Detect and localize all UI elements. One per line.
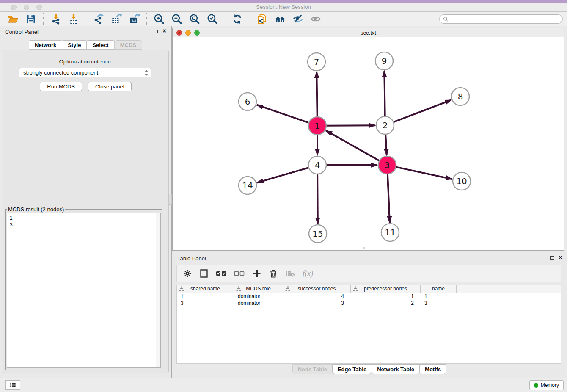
edge-3-10[interactable] [396,167,452,179]
zoom-fit-icon[interactable] [188,13,201,25]
table-cell[interactable]: 4 [283,293,351,300]
memory-button[interactable]: Memory [529,380,564,390]
edge-2-9[interactable] [384,71,385,116]
vertical-splitter-handle[interactable] [168,194,172,205]
node-9[interactable]: 9 [375,52,393,70]
control-panel-tabs: NetworkStyleSelectMCDS [0,40,171,50]
table-cell[interactable]: 3 [177,300,234,306]
column-view-icon[interactable] [199,268,209,279]
table-cell[interactable]: dominator [234,293,283,300]
network-canvas[interactable]: 7968124314101511 [173,37,564,250]
houses-icon[interactable] [274,13,286,25]
import-network-icon[interactable] [50,13,62,25]
table-row[interactable]: 3dominator323 [177,300,561,306]
mcds-result-scrollbar[interactable] [156,213,160,367]
gear-icon[interactable] [183,268,192,279]
edge-3-11[interactable] [388,174,390,223]
network-view-window: × − + scc.txt 7968124314101511 [172,28,564,251]
tab-mcds[interactable]: MCDS [114,40,142,50]
export-image-icon[interactable] [128,13,140,25]
column-header-predecessor-nodes[interactable]: predecessor nodes [351,285,421,293]
column-header-mcds-role[interactable]: MCDS role [234,285,283,293]
tab-network-table[interactable]: Network Table [372,364,420,374]
network-document-icon[interactable] [256,13,269,25]
node-4[interactable]: 4 [308,156,326,174]
float-panel-icon[interactable] [154,30,158,33]
import-table-icon[interactable] [67,13,80,25]
add-row-icon[interactable] [252,268,261,279]
tab-network[interactable]: Network [29,40,62,50]
search-input[interactable] [451,16,559,22]
table-row[interactable]: 1dominator411 [177,293,561,300]
table-cell[interactable]: dominator [234,300,283,306]
network-window-resize-handle[interactable] [363,247,365,249]
node-8[interactable]: 8 [451,88,469,105]
zoom-selected-icon[interactable] [206,13,219,25]
export-network-icon[interactable] [92,13,105,25]
node-15[interactable]: 15 [309,225,327,243]
mcds-result-groupbox: MCDS result (2 nodes) 1 3 [5,209,162,370]
table-cell[interactable]: 1 [421,293,457,300]
mcds-result-area[interactable]: 1 3 [7,213,161,368]
edge-1-6[interactable] [257,105,308,123]
criterion-dropdown-value: strongly connected component [23,69,144,76]
column-header-shared-name[interactable]: shared name [177,285,234,293]
close-panel-icon[interactable]: × [162,27,166,35]
toolbar-separator [43,13,44,25]
column-header-name[interactable]: name [421,285,457,293]
tab-edge-table[interactable]: Edge Table [332,364,372,374]
zoom-out-icon[interactable] [171,13,183,25]
app-titlebar: Session: New Session [0,3,567,12]
edge-1-2[interactable] [327,125,375,126]
table-cell[interactable]: 3 [283,300,351,306]
edge-4-15[interactable] [317,174,318,224]
node-6[interactable]: 6 [239,93,256,110]
save-icon[interactable] [25,13,37,25]
edge-3-1[interactable] [326,130,379,160]
tree-icon [236,286,241,291]
edge-4-14[interactable] [257,168,308,182]
column-label: name [432,286,445,292]
node-14[interactable]: 14 [239,177,256,194]
criterion-dropdown[interactable]: strongly connected component [19,68,151,77]
tab-motifs[interactable]: Motifs [419,364,446,374]
column-header-successor-nodes[interactable]: successor nodes [283,285,351,293]
table-cell[interactable]: 2 [351,300,421,306]
zoom-in-icon[interactable] [153,13,165,25]
tab-style[interactable]: Style [62,40,87,50]
node-1[interactable]: 1 [308,117,326,135]
node-2[interactable]: 2 [376,116,394,134]
edge-2-3[interactable] [385,135,387,155]
tab-select[interactable]: Select [86,40,114,50]
search-box[interactable] [439,14,563,24]
delete-row-icon[interactable] [269,268,278,279]
tab-node-table[interactable]: Node Table [292,364,333,374]
node-10[interactable]: 10 [453,172,471,190]
export-table-icon[interactable] [110,13,123,25]
toolbar-separator [86,13,86,25]
open-folder-icon[interactable] [7,13,19,25]
edge-1-7[interactable] [317,72,317,116]
eye-slash-icon[interactable] [292,13,304,25]
node-3[interactable]: 3 [378,156,396,174]
task-history-button[interactable] [5,380,20,390]
run-mcds-button[interactable]: Run MCDS [40,82,82,91]
node-label: 9 [382,56,387,66]
node-label: 4 [315,160,320,170]
unselect-all-icon[interactable] [234,268,245,279]
function-builder-icon: f(x) [303,268,313,279]
float-table-panel-icon[interactable] [550,256,554,260]
select-all-icon[interactable] [216,268,227,279]
refresh-icon[interactable] [231,13,244,25]
table-cell[interactable]: 3 [421,300,457,306]
control-panel-header: Control Panel × [0,26,171,37]
table-cell[interactable]: 1 [177,293,234,300]
table-cell[interactable]: 1 [351,293,421,300]
node-11[interactable]: 11 [381,224,399,241]
node-label: 1 [315,121,320,131]
edge-2-8[interactable] [394,100,451,122]
eye-icon[interactable] [309,13,322,25]
node-7[interactable]: 7 [308,53,325,71]
close-table-panel-icon[interactable]: × [559,254,562,261]
close-panel-button[interactable]: Close panel [88,82,132,91]
